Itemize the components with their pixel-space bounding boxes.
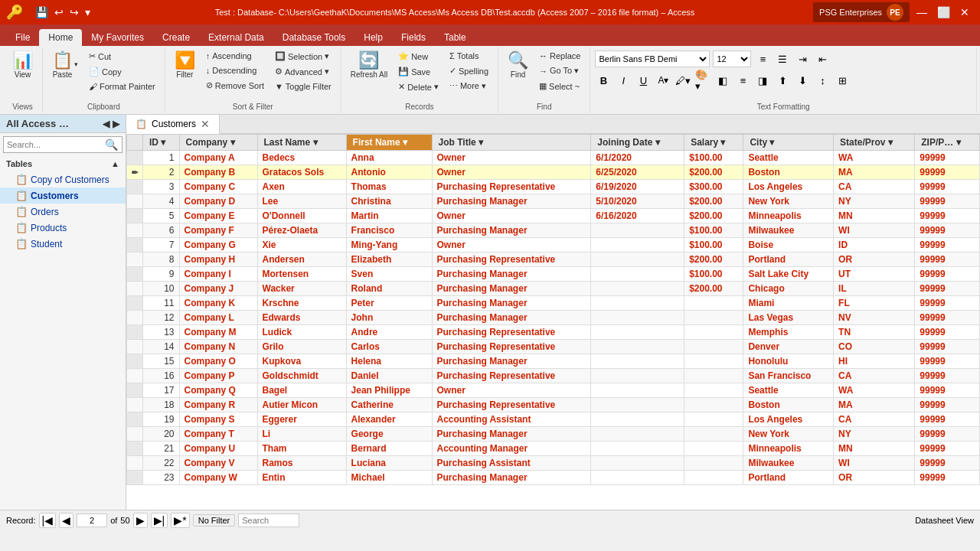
table-row[interactable]: 19Company SEggererAlexanderAccounting As… [127, 412, 980, 427]
table-cell[interactable]: $100.00 [684, 267, 743, 282]
table-cell[interactable]: Purchasing Representative [432, 340, 591, 354]
font-family-select[interactable]: Berlin Sans FB Demi [595, 51, 710, 67]
row-selector[interactable] [127, 238, 143, 253]
table-cell[interactable]: 99999 [915, 165, 980, 180]
table-cell[interactable]: Denver [743, 340, 834, 354]
align-bottom-btn[interactable]: ⬇ [794, 72, 811, 89]
table-cell[interactable]: OR [834, 471, 915, 485]
table-cell[interactable]: $200.00 [684, 209, 743, 223]
table-cell[interactable]: 99999 [915, 180, 980, 194]
table-row[interactable]: 1Company ABedecsAnnaOwner6/1/2020$100.00… [127, 151, 980, 165]
table-cell[interactable]: 99999 [915, 194, 980, 209]
row-selector[interactable] [127, 325, 143, 340]
table-cell[interactable]: 10 [143, 282, 180, 296]
ascending-btn[interactable]: ↑ Ascending [201, 49, 269, 63]
table-cell[interactable]: 17 [143, 383, 180, 398]
row-selector[interactable] [127, 471, 143, 485]
table-cell[interactable]: 4 [143, 194, 180, 209]
table-cell[interactable] [684, 412, 743, 427]
table-cell[interactable]: Chicago [743, 282, 834, 296]
row-selector[interactable] [127, 223, 143, 238]
indent-btn[interactable]: ⇥ [794, 51, 811, 67]
goto-btn[interactable]: → Go To ▾ [534, 64, 585, 78]
row-selector[interactable] [127, 151, 143, 165]
tab-file[interactable]: File [6, 29, 39, 46]
nav-next-btn[interactable]: ▶ [133, 513, 148, 528]
table-cell[interactable]: Company C [179, 180, 257, 194]
table-cell[interactable]: MA [834, 165, 915, 180]
table-cell[interactable] [591, 383, 684, 398]
table-row[interactable]: 9Company IMortensenSvenPurchasing Manage… [127, 267, 980, 282]
table-cell[interactable]: Company W [179, 471, 257, 485]
table-cell[interactable]: New York [743, 194, 834, 209]
table-cell[interactable]: 99999 [915, 471, 980, 485]
table-cell[interactable]: Los Angeles [743, 412, 834, 427]
table-cell[interactable]: WI [834, 223, 915, 238]
table-cell[interactable]: 6/1/2020 [591, 151, 684, 165]
table-cell[interactable]: 16 [143, 369, 180, 383]
sidebar-nav-fwd[interactable]: ▶ [113, 119, 119, 129]
table-cell[interactable]: 22 [143, 456, 180, 471]
table-cell[interactable] [684, 471, 743, 485]
table-cell[interactable]: Owner [432, 238, 591, 253]
table-cell[interactable]: 99999 [915, 223, 980, 238]
table-cell[interactable]: John [346, 311, 432, 325]
toggle-filter-btn[interactable]: ▼ Toggle Filter [270, 80, 336, 93]
table-cell[interactable]: O'Donnell [257, 209, 346, 223]
table-cell[interactable] [684, 311, 743, 325]
row-selector[interactable] [127, 311, 143, 325]
table-row[interactable]: ✏2Company BGratacos SolsAntonioOwner6/25… [127, 165, 980, 180]
table-cell[interactable] [591, 325, 684, 340]
table-cell[interactable]: 99999 [915, 383, 980, 398]
table-cell[interactable]: Alexander [346, 412, 432, 427]
table-cell[interactable]: 18 [143, 398, 180, 412]
table-cell[interactable]: Christina [346, 194, 432, 209]
minimize-btn[interactable]: — [913, 3, 931, 21]
dropdown-btn[interactable]: ▾ [83, 5, 92, 20]
row-selector[interactable]: ✏ [127, 165, 143, 180]
table-cell[interactable]: FL [834, 296, 915, 311]
table-cell[interactable]: Portland [743, 471, 834, 485]
col-header-zip[interactable]: ZIP/P… ▾ [915, 135, 980, 151]
table-row[interactable]: 23Company WEntinMichaelPurchasing Manage… [127, 471, 980, 485]
table-cell[interactable]: Purchasing Representative [432, 398, 591, 412]
table-cell[interactable]: Roland [346, 282, 432, 296]
row-selector[interactable] [127, 209, 143, 223]
table-cell[interactable]: Company O [179, 354, 257, 369]
table-cell[interactable]: Purchasing Manager [432, 427, 591, 442]
table-cell[interactable] [684, 383, 743, 398]
descending-btn[interactable]: ↓ Descending [201, 64, 269, 77]
refresh-all-btn[interactable]: 🔄 Refresh All [346, 49, 392, 82]
table-cell[interactable]: $200.00 [684, 282, 743, 296]
table-borders-btn[interactable]: ⊞ [834, 72, 851, 89]
table-cell[interactable]: NY [834, 194, 915, 209]
table-cell[interactable]: MA [834, 398, 915, 412]
new-btn[interactable]: ⭐ New [394, 49, 443, 64]
table-cell[interactable]: Purchasing Manager [432, 194, 591, 209]
table-cell[interactable]: 6/25/2020 [591, 165, 684, 180]
table-cell[interactable]: Wacker [257, 282, 346, 296]
table-cell[interactable] [591, 311, 684, 325]
table-cell[interactable] [591, 253, 684, 267]
table-cell[interactable] [591, 412, 684, 427]
table-cell[interactable]: Goldschmidt [257, 369, 346, 383]
col-header-lastname[interactable]: Last Name ▾ [257, 135, 346, 151]
table-cell[interactable]: 99999 [915, 267, 980, 282]
table-cell[interactable]: Helena [346, 354, 432, 369]
table-cell[interactable]: 21 [143, 442, 180, 456]
table-cell[interactable]: Boston [743, 398, 834, 412]
table-cell[interactable]: Owner [432, 383, 591, 398]
table-row[interactable]: 22Company VRamosLucianaPurchasing Assist… [127, 456, 980, 471]
table-cell[interactable]: Peter [346, 296, 432, 311]
table-cell[interactable] [684, 456, 743, 471]
table-cell[interactable]: Salt Lake City [743, 267, 834, 282]
table-row[interactable]: 11Company KKrschnePeterPurchasing Manage… [127, 296, 980, 311]
table-cell[interactable]: Ludick [257, 325, 346, 340]
row-selector[interactable] [127, 398, 143, 412]
table-cell[interactable]: Xie [257, 238, 346, 253]
table-cell[interactable]: Mortensen [257, 267, 346, 282]
no-filter-badge[interactable]: No Filter [193, 514, 236, 527]
save-qa-btn[interactable]: 💾 [34, 5, 50, 20]
table-cell[interactable]: Bedecs [257, 151, 346, 165]
table-cell[interactable]: Company A [179, 151, 257, 165]
